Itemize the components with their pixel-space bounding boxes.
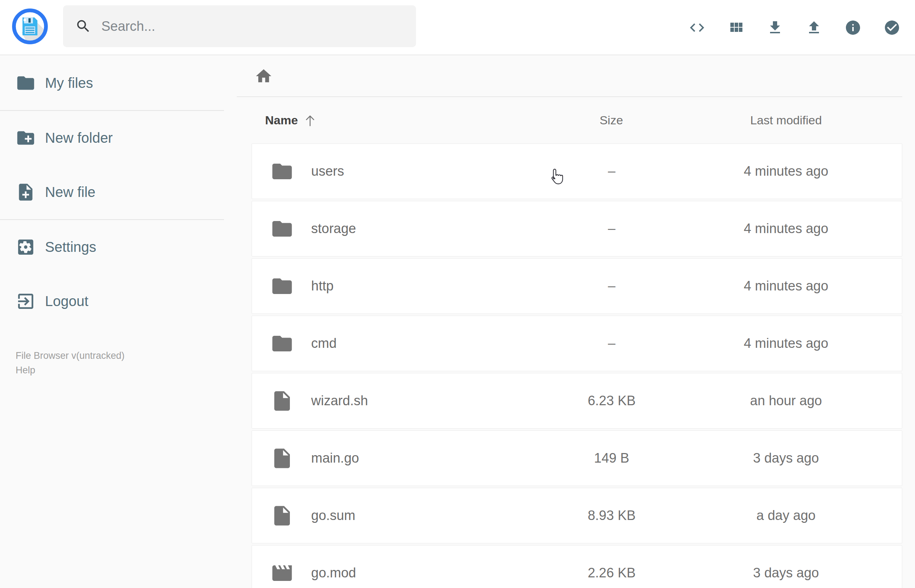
logout-icon [16,291,36,311]
sidebar-item-label: My files [45,75,93,91]
info-button[interactable] [844,19,862,37]
file-name: http [311,278,333,294]
file-modified: 4 minutes ago [670,336,902,351]
listing-header: Name Size Last modified [252,97,902,144]
file-modified: a day ago [670,508,902,523]
sidebar-item-label: Settings [45,239,96,255]
switch-view-button[interactable] [727,19,745,37]
folder-icon [270,275,294,298]
new-file-icon [16,182,36,202]
top-bar [0,0,915,55]
file-row[interactable]: go.mod 2.26 KB 3 days ago [252,545,902,588]
file-name-cell: users [252,160,553,183]
file-modified: 4 minutes ago [670,278,902,294]
file-size: 8.93 KB [553,508,670,523]
header-actions [688,0,901,55]
file-name: go.mod [311,565,356,581]
file-size: 2.26 KB [553,565,670,581]
search-input[interactable] [101,19,392,34]
sidebar-footer: File Browser v(untracked) Help [16,349,125,378]
folder-icon [270,160,294,183]
file-icon [270,504,294,527]
version-text: File Browser v(untracked) [16,351,125,361]
download-button[interactable] [766,19,784,37]
help-link[interactable]: Help [16,363,36,378]
sidebar-item-my-files[interactable]: My files [0,56,224,110]
file-icon [270,389,294,413]
file-name-cell: wizard.sh [252,389,553,413]
new-folder-icon [16,128,36,148]
home-icon [254,67,273,86]
file-list: users – 4 minutes ago storage – 4 minute… [252,144,902,588]
sidebar-item-new-folder[interactable]: New folder [0,111,224,165]
download-icon [766,19,784,36]
file-row[interactable]: go.sum 8.93 KB a day ago [252,488,902,543]
sidebar: My files New folder New file Settings Lo… [0,56,224,588]
file-icon [270,447,294,470]
column-size-label: Size [600,113,623,127]
sidebar-item-label: New file [45,184,95,200]
home-button[interactable] [254,67,273,86]
sort-ascending-icon [303,113,317,128]
file-size: 149 B [553,451,670,466]
file-size: 6.23 KB [553,393,670,409]
file-name: cmd [311,336,337,351]
file-row[interactable]: main.go 149 B 3 days ago [252,430,902,486]
upload-icon [805,19,823,36]
file-name-cell: storage [252,217,553,241]
file-name: users [311,164,344,179]
sort-by-size[interactable]: Size [553,113,670,127]
file-modified: an hour ago [670,393,902,409]
sidebar-item-new-file[interactable]: New file [0,165,224,219]
file-row[interactable]: cmd – 4 minutes ago [252,316,902,371]
file-name-cell: cmd [252,332,553,355]
file-modified: 3 days ago [670,451,902,466]
file-row[interactable]: users – 4 minutes ago [252,144,902,199]
code-icon [689,19,706,36]
file-row[interactable]: storage – 4 minutes ago [252,201,902,257]
file-name-cell: go.sum [252,504,553,527]
settings-icon [16,237,36,257]
file-size: – [553,336,670,351]
column-modified-label: Last modified [750,113,822,127]
folder-icon [270,332,294,355]
column-name-label: Name [265,113,298,127]
file-modified: 4 minutes ago [670,221,902,236]
file-name-cell: main.go [252,447,553,470]
info-icon [844,19,862,36]
search-icon [75,18,91,34]
breadcrumb [252,56,902,96]
select-multiple-button[interactable] [883,19,901,37]
file-name: wizard.sh [311,393,368,409]
file-modified: 3 days ago [670,565,902,581]
file-modified: 4 minutes ago [670,164,902,179]
file-size: – [553,164,670,179]
search-bar[interactable] [63,5,416,47]
upload-button[interactable] [805,19,823,37]
filebrowser-logo [11,8,48,45]
file-name: storage [311,221,356,236]
sort-by-name[interactable]: Name [252,113,553,128]
folder-icon [16,73,36,93]
file-name: go.sum [311,508,356,523]
file-name-cell: go.mod [252,561,553,585]
file-listing-area: Name Size Last modified users – 4 minute… [224,56,915,588]
file-name: main.go [311,451,359,466]
sidebar-item-label: New folder [45,130,113,146]
folder-icon [270,217,294,241]
movie-icon [270,561,294,585]
file-size: – [553,278,670,294]
shell-button[interactable] [688,19,706,37]
sidebar-item-label: Logout [45,293,88,309]
sidebar-item-logout[interactable]: Logout [0,274,224,328]
sidebar-item-settings[interactable]: Settings [0,220,224,274]
file-size: – [553,221,670,236]
check-circle-icon [883,19,900,36]
file-row[interactable]: http – 4 minutes ago [252,258,902,314]
sort-by-modified[interactable]: Last modified [670,113,902,127]
file-row[interactable]: wizard.sh 6.23 KB an hour ago [252,373,902,429]
file-name-cell: http [252,275,553,298]
grid-view-icon [727,19,745,36]
